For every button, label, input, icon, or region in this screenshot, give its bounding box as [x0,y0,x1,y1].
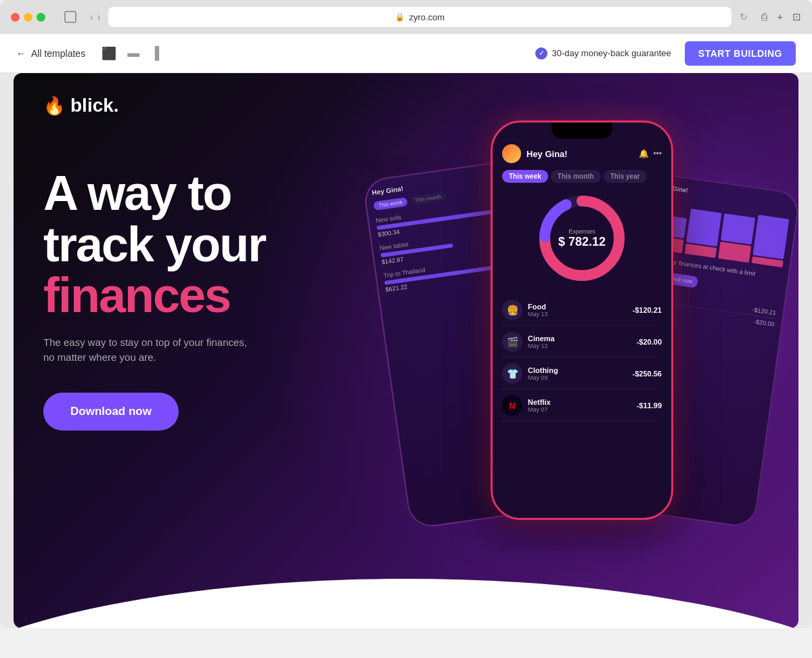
hero-title-line1: A way to [43,166,231,220]
hero-wave [14,562,798,628]
hero-section: 🔥 blick. A way to track your finances Th… [14,73,798,628]
tab-this-month[interactable]: This month [551,170,601,183]
phone-action-icons: 🔔 ••• [639,149,662,158]
tx-icon-cinema: 🎬 [502,332,522,352]
transaction-list: 🍔 Food May 13 -$120.21 🎬 Cinema May [502,295,662,421]
sidebar-icon[interactable]: ⊡ [792,11,801,23]
transaction-item: 🎬 Cinema May 12 -$20.00 [502,327,662,357]
tx-amount-food: -$120.21 [633,306,662,314]
address-bar[interactable]: 🔒 zyro.com [108,7,731,27]
transaction-item: N Netflix May 07 -$11.99 [502,391,662,421]
tx-name-clothing: Clothing [528,366,633,374]
tx-icon-food: 🍔 [502,300,522,320]
donut-chart: Expenses $ 782.12 [502,191,662,286]
tx-amount-cinema: -$20.00 [637,338,662,346]
guarantee-text: 30-day money-back guarantee [551,48,671,58]
hero-content: A way to track your finances The easy wa… [43,168,265,431]
tab-this-year[interactable]: This year [604,170,647,183]
tx-amount-clothing: -$250.56 [633,370,662,378]
toolbar-right: ✓ 30-day money-back guarantee START BUIL… [535,41,796,66]
transaction-item: 👕 Clothing May 09 -$250.56 [502,359,662,389]
url-text: zyro.com [409,12,445,22]
new-tab-icon[interactable]: + [777,11,783,23]
donut-amount: $ 782.12 [558,235,606,249]
tx-date-clothing: May 09 [528,374,633,381]
more-icon: ••• [653,149,662,158]
hero-subtitle: The easy way to stay on top of your fina… [43,335,260,366]
phone-greeting: Hey Gina! [526,149,568,159]
phone-main: Hey Gina! 🔔 ••• This week This month Thi… [491,120,673,520]
phone-header: Hey Gina! 🔔 ••• [502,144,662,163]
transaction-item: 🍔 Food May 13 -$120.21 [502,295,662,326]
maximize-button[interactable] [37,13,45,22]
phones-container: Hey Gina! This week This month New sofa … [386,114,778,628]
guarantee-badge: ✓ 30-day money-back guarantee [535,47,671,60]
check-icon: ✓ [535,47,547,60]
tab-this-week[interactable]: This week [502,170,548,183]
window-controls [11,13,45,22]
minimize-button[interactable] [24,13,32,22]
tx-name-netflix: Netflix [528,398,637,406]
logo: 🔥 blick. [43,95,119,116]
template-toolbar: ← All templates ⬛ ▬ ▐ ✓ 30-day money-bac… [0,34,812,73]
tx-icon-netflix: N [502,395,522,416]
hero-title-accent: finances [43,268,230,322]
logo-icon: 🔥 [43,95,65,116]
download-button[interactable]: Download now [43,393,179,431]
back-arrow-icon: ← [16,48,26,59]
browser-titlebar: ‹ › 🔒 zyro.com ↻ ⎙ + ⊡ [0,0,812,34]
start-building-button[interactable]: START BUILDING [685,41,796,66]
tx-name-cinema: Cinema [528,334,637,343]
refresh-icon[interactable]: ↻ [740,12,748,22]
tx-amount-netflix: -$11.99 [637,401,662,410]
tx-icon-clothing: 👕 [502,364,522,384]
lock-icon: 🔒 [395,13,405,22]
phone-notch [551,123,612,139]
tx-date-netflix: May 07 [528,406,637,413]
logo-text: blick. [70,95,119,116]
back-button-label: All templates [31,48,85,59]
bg-left-tab1: This week [373,197,407,211]
hero-title-line2: track your [43,217,265,271]
mobile-icon[interactable]: ▐ [150,46,159,60]
browser-actions: ⎙ + ⊡ [761,11,801,23]
tx-date-food: May 13 [528,311,633,317]
donut-label: Expenses [558,228,606,235]
notification-icon: 🔔 [639,149,649,158]
nav-arrows: ‹ › [90,12,100,22]
hero-title: A way to track your finances [43,168,265,322]
tablet-icon[interactable]: ▬ [127,46,139,60]
tx-date-cinema: May 12 [528,343,637,349]
time-tabs: This week This month This year [502,170,662,183]
phone-screen: Hey Gina! 🔔 ••• This week This month Thi… [493,139,671,421]
share-icon[interactable]: ⎙ [761,11,767,23]
back-arrow[interactable]: ‹ [90,12,93,22]
close-button[interactable] [11,13,20,22]
forward-arrow[interactable]: › [97,12,101,22]
avatar [502,144,521,163]
back-button[interactable]: ← All templates [16,48,85,59]
device-switcher: ⬛ ▬ ▐ [102,46,159,61]
browser-window: ‹ › 🔒 zyro.com ↻ ⎙ + ⊡ ← All templates ⬛… [0,0,812,628]
desktop-icon[interactable]: ⬛ [102,46,116,61]
tab-icon [64,11,76,23]
tx-name-food: Food [528,303,633,311]
bg-left-tab2: This month [409,192,447,205]
